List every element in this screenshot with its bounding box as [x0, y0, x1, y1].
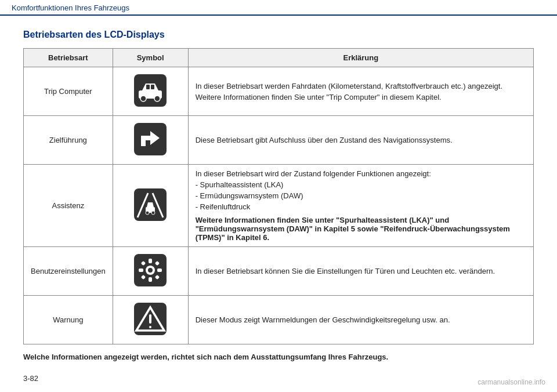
- svg-rect-2: [146, 85, 150, 89]
- svg-point-9: [146, 211, 149, 215]
- assistenz-icon: [132, 186, 169, 223]
- erklaerung-line: In dieser Betriebsart werden Fahrdaten (…: [196, 82, 526, 90]
- header-symbol: Symbol: [113, 49, 188, 67]
- svg-rect-16: [139, 268, 143, 272]
- erklaerung-line: In dieser Betriebsart wird der Zustand f…: [196, 169, 526, 178]
- svg-point-10: [151, 211, 155, 215]
- navigation-icon: [132, 121, 169, 158]
- section-heading: Betriebsarten des LCD-Displays: [23, 30, 534, 40]
- table-row: Benutzereinstellungen In dieser Betriebs…: [24, 247, 534, 296]
- table-row: Assistenz In dieser Betriebsart wird der…: [24, 165, 534, 247]
- svg-point-5: [154, 96, 160, 101]
- erklaerung-cell: Dieser Modus zeigt Warnmeldungen der Ges…: [188, 296, 533, 344]
- svg-rect-17: [157, 268, 162, 272]
- header-erklaerung: Erklärung: [188, 49, 533, 67]
- betriebsart-cell: Warnung: [24, 296, 113, 344]
- svg-point-4: [140, 96, 146, 101]
- header-betriebsart: Betriebsart: [24, 49, 113, 67]
- svg-rect-25: [149, 326, 151, 328]
- symbol-cell: [113, 116, 188, 165]
- table-row: Warnung Dieser Modus zeigt Warnmeldungen…: [24, 296, 534, 344]
- erklaerung-line: Dieser Modus zeigt Warnmeldungen der Ges…: [196, 315, 526, 324]
- breadcrumb: Komfortfunktionen Ihres Fahrzeugs: [12, 3, 129, 12]
- betriebsart-cell: Benutzereinstellungen: [24, 247, 113, 296]
- erklaerung-cell: Diese Betriebsart gibt Aufschluss über d…: [188, 116, 533, 165]
- svg-rect-3: [151, 85, 154, 89]
- betriebsarten-table: Betriebsart Symbol Erklärung Trip Comput…: [23, 48, 534, 344]
- erklaerung-line: In dieser Betriebsart können Sie die Ein…: [196, 267, 526, 275]
- erklaerung-cell: In dieser Betriebsart wird der Zustand f…: [188, 165, 533, 247]
- watermark: carmanualsonline.info: [478, 378, 545, 386]
- erklaerung-cell: In dieser Betriebsart können Sie die Ein…: [188, 247, 533, 296]
- warning-icon: [132, 300, 169, 337]
- symbol-cell: [113, 296, 188, 344]
- table-header-row: Betriebsart Symbol Erklärung: [24, 49, 534, 67]
- betriebsart-cell: Assistenz: [24, 165, 113, 247]
- svg-point-13: [148, 268, 153, 273]
- erklaerung-line: - Ermüdungswarnsystem (DAW): [196, 191, 526, 200]
- svg-rect-14: [149, 259, 152, 263]
- main-content: Betriebsarten des LCD-Displays Betriebsa…: [0, 16, 557, 373]
- svg-rect-24: [149, 314, 151, 324]
- bottom-note: Welche Informationen angezeigt werden, r…: [23, 353, 534, 361]
- trip-computer-icon: [132, 72, 169, 109]
- erklaerung-bold-line: Weitere Informationen finden Sie unter "…: [196, 216, 526, 242]
- symbol-cell: [113, 165, 188, 247]
- top-navigation: Komfortfunktionen Ihres Fahrzeugs: [0, 0, 557, 16]
- erklaerung-cell: In dieser Betriebsart werden Fahrdaten (…: [188, 67, 533, 116]
- page-number: 3-82: [23, 374, 38, 383]
- erklaerung-line: Weitere Informationen finden Sie unter "…: [196, 93, 526, 101]
- symbol-cell: [113, 67, 188, 116]
- symbol-cell: [113, 247, 188, 296]
- erklaerung-line: - Spurhalteassistent (LKA): [196, 180, 526, 189]
- svg-rect-15: [149, 277, 152, 282]
- erklaerung-line: Diese Betriebsart gibt Aufschluss über d…: [196, 136, 526, 144]
- settings-icon: [132, 252, 169, 289]
- betriebsart-cell: Zielführung: [24, 116, 113, 165]
- betriebsart-cell: Trip Computer: [24, 67, 113, 116]
- erklaerung-line: - Reifenluftdruck: [196, 202, 526, 211]
- table-row: Zielführung Diese Betriebsart gibt Aufsc…: [24, 116, 534, 165]
- table-row: Trip Computer In dieser Betriebsart werd…: [24, 67, 534, 116]
